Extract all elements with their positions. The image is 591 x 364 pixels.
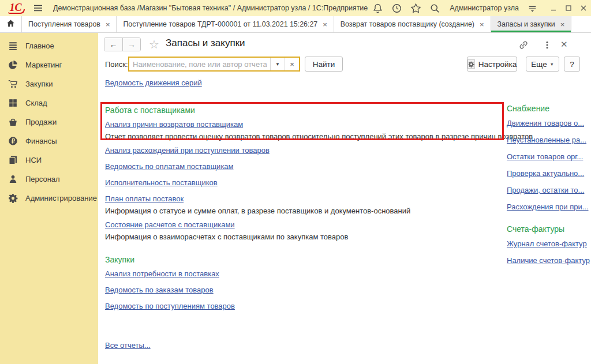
report-link[interactable]: Анализ причин возвратов поставщикам xyxy=(105,120,243,129)
settings-button[interactable]: Настройка xyxy=(467,57,517,72)
sidebar-item-gear[interactable]: Администрирование xyxy=(0,189,98,208)
report-item: Наличие счетов-фактур xyxy=(507,255,590,265)
history-icon[interactable] xyxy=(391,3,402,14)
report-item: Проверка актуально... xyxy=(507,168,590,178)
close-window-button[interactable] xyxy=(576,0,591,16)
report-item: Расхождения при при... xyxy=(507,201,590,212)
sidebar: ГлавноеМаркетингЗакупкиСкладПродажиФинан… xyxy=(0,33,98,364)
report-section: ЗакупкиАнализ потребности в поставкахВед… xyxy=(105,255,504,311)
main-menu-icon[interactable] xyxy=(32,2,44,14)
report-item: Ведомость по заказам товаров xyxy=(105,284,504,295)
report-link[interactable]: Исполнительность поставщиков xyxy=(105,178,218,187)
sidebar-item-cart[interactable]: Закупки xyxy=(0,74,98,93)
report-link[interactable]: Расхождения при при... xyxy=(507,202,589,211)
report-link[interactable]: Движения товаров о... xyxy=(507,119,584,127)
get-link-icon[interactable] xyxy=(518,40,529,50)
report-search-input[interactable] xyxy=(129,58,270,70)
favorites-star-icon[interactable] xyxy=(410,3,421,14)
report-link[interactable]: Ведомость по поступлениям товаров xyxy=(105,302,235,310)
ruble-icon xyxy=(8,136,18,146)
current-user[interactable]: Администратор узла xyxy=(450,4,519,12)
section-header: Закупки xyxy=(105,255,504,264)
tab-close-icon[interactable]: × xyxy=(323,21,327,28)
settings-gear-icon xyxy=(467,59,475,69)
section-header: Работа с поставщиками xyxy=(105,106,504,115)
report-link[interactable]: Анализ потребности в поставках xyxy=(105,269,219,278)
maximize-button[interactable] xyxy=(561,0,576,16)
report-link[interactable]: Ведомость по заказам товаров xyxy=(105,286,214,294)
sidebar-item-label: Продажи xyxy=(25,118,57,126)
tab-3[interactable]: Возврат товаров поставщику (создание)× xyxy=(334,16,491,32)
sidebar-item-basket[interactable]: Продажи xyxy=(0,112,98,132)
app-window: 1С Демонстрационная база /Магазин "Бытов… xyxy=(0,0,591,364)
more-button-label: Еще xyxy=(531,60,547,69)
sidebar-item-label: Склад xyxy=(25,99,47,107)
tab-4[interactable]: Запасы и закупки× xyxy=(491,16,572,32)
report-item: Остатки товаров орг... xyxy=(507,151,590,162)
minimize-button[interactable] xyxy=(546,0,561,16)
tab-1[interactable]: Поступления товаров× xyxy=(22,16,117,32)
search-label: Поиск: xyxy=(105,60,128,69)
close-page-icon[interactable]: ✕ xyxy=(560,39,568,50)
notifications-bell-icon[interactable] xyxy=(372,3,383,14)
search-dropdown-button[interactable]: ▼ xyxy=(270,58,285,70)
tab-bar: Поступления товаров×Поступление товаров … xyxy=(0,16,591,33)
history-nav-group: ← → xyxy=(104,37,141,51)
sidebar-item-label: НСИ xyxy=(25,156,42,164)
help-button[interactable]: ? xyxy=(564,57,580,72)
tab-close-icon[interactable]: × xyxy=(480,21,484,28)
report-item: Анализ расхождений при поступлении товар… xyxy=(105,145,504,155)
report-link[interactable]: Неустановленные ра... xyxy=(507,136,586,144)
report-link[interactable]: Ведомость по оплатам поставщикам xyxy=(105,162,234,171)
report-description: Информация о статусе и сумме оплат, в ра… xyxy=(105,207,504,215)
sidebar-item-label: Главное xyxy=(25,42,54,50)
find-button[interactable]: Найти xyxy=(305,57,343,72)
basket-icon xyxy=(8,117,18,127)
tab-close-icon[interactable]: × xyxy=(560,21,565,28)
back-button[interactable]: ← xyxy=(104,38,122,51)
sidebar-item-grid[interactable]: Склад xyxy=(0,93,98,112)
sidebar-item-pie[interactable]: Маркетинг xyxy=(0,55,98,74)
search-icon[interactable] xyxy=(429,3,440,14)
more-button[interactable]: Еще ▼ xyxy=(526,57,559,72)
connection-icon[interactable] xyxy=(527,3,538,14)
sidebar-item-pages[interactable]: НСИ xyxy=(0,151,98,170)
tab-label: Запасы и закупки xyxy=(498,20,555,28)
add-favorite-star-icon[interactable]: ☆ xyxy=(149,37,159,51)
report-description: Отчет позволяет провести оценку возврато… xyxy=(105,132,504,141)
report-link[interactable]: Анализ расхождений при поступлении товар… xyxy=(105,146,270,155)
report-link[interactable]: Журнал счетов-фактур xyxy=(507,239,587,248)
report-link[interactable]: Проверка актуально... xyxy=(507,169,584,178)
reports-left-column: Работа с поставщикамиАнализ причин возвр… xyxy=(105,106,504,350)
tab-close-icon[interactable]: × xyxy=(106,21,110,28)
sidebar-item-label: Персонал xyxy=(25,175,60,183)
report-item: План оплаты поставокИнформация о статусе… xyxy=(105,193,504,215)
sidebar-item-menu[interactable]: Главное xyxy=(0,36,98,55)
search-clear-icon[interactable]: × xyxy=(285,58,299,70)
report-link[interactable]: План оплаты поставок xyxy=(105,194,184,203)
sidebar-item-person[interactable]: Персонал xyxy=(0,170,98,189)
report-link[interactable]: Наличие счетов-фактур xyxy=(507,256,590,265)
report-item: Анализ причин возвратов поставщикамОтчет… xyxy=(105,119,504,141)
sidebar-item-label: Маркетинг xyxy=(25,61,62,69)
all-reports-link[interactable]: Все отчеты... xyxy=(105,341,151,350)
report-section: Счета-фактурыЖурнал счетов-фактурНаличие… xyxy=(507,224,590,265)
section-header: Снабжение xyxy=(507,104,590,113)
report-item: Ведомость по оплатам поставщикам xyxy=(105,161,504,171)
sidebar-item-ruble[interactable]: Финансы xyxy=(0,132,98,151)
tab-2[interactable]: Поступление товаров ТДРТ-000001 от 11.03… xyxy=(117,16,334,32)
report-link[interactable]: Остатки товаров орг... xyxy=(507,152,583,161)
report-section: Работа с поставщикамиАнализ причин возвр… xyxy=(105,106,504,241)
report-link[interactable]: Состояние расчетов с поставщиками xyxy=(105,220,235,229)
section-header: Счета-фактуры xyxy=(507,224,590,234)
sidebar-item-label: Закупки xyxy=(25,80,53,88)
report-item: Движения товаров о... xyxy=(507,118,590,128)
title-bar: 1С Демонстрационная база /Магазин "Бытов… xyxy=(0,0,591,16)
more-actions-icon[interactable] xyxy=(542,40,552,50)
report-link[interactable]: Продажи, остатки то... xyxy=(507,186,584,194)
menu-icon xyxy=(8,41,18,51)
tab-label: Поступление товаров ТДРТ-000001 от 11.03… xyxy=(123,20,317,28)
series-movement-link[interactable]: Ведомость движения серий xyxy=(105,78,202,87)
home-tab[interactable] xyxy=(0,16,22,32)
forward-button[interactable]: → xyxy=(122,38,140,51)
